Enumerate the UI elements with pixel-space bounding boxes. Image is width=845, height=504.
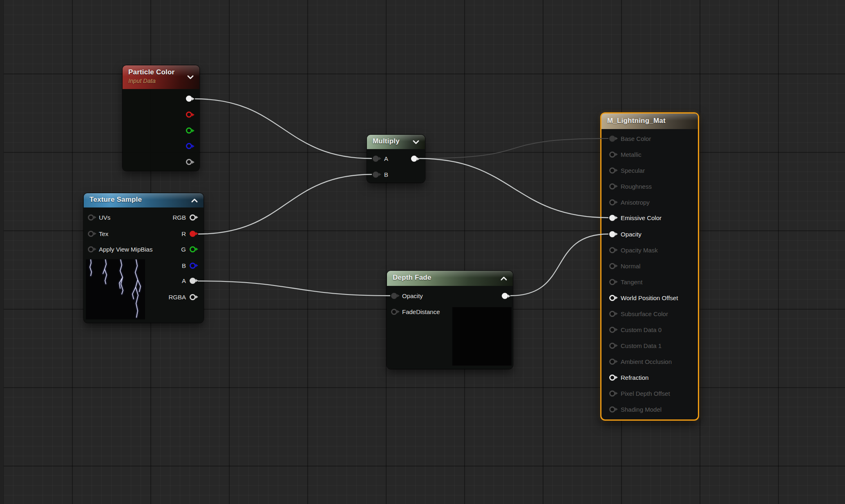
pin-in-fadedistance[interactable] [391, 309, 397, 315]
material-pin-base-color[interactable]: Base Color [601, 131, 698, 146]
node-title: Depth Fade [387, 271, 513, 282]
material-pin-anisotropy[interactable]: Anisotropy [601, 194, 698, 210]
material-pin-opacity[interactable]: Opacity [601, 226, 698, 242]
pin-out-a[interactable] [186, 159, 192, 165]
material-pin-custom-data-1[interactable]: Custom Data 1 [601, 338, 698, 353]
pin-label: R [181, 230, 186, 237]
chevron-down-icon[interactable] [186, 73, 194, 81]
material-pin-shading-model[interactable]: Shading Model [601, 401, 698, 417]
pin-out-result[interactable] [411, 156, 417, 162]
pin-label: G [181, 246, 186, 253]
node-title: Texture Sample [84, 193, 203, 204]
pin-out-g[interactable] [186, 127, 192, 134]
material-pin-custom-data-0[interactable]: Custom Data 0 [601, 322, 698, 337]
chevron-up-icon[interactable] [500, 274, 508, 283]
pin-label: A [384, 155, 388, 162]
pin-out-rgb[interactable] [190, 214, 196, 221]
node-texture-sample[interactable]: Texture Sample UVs Tex Apply View MipBia… [84, 193, 203, 323]
pin-label: RGB [172, 214, 186, 221]
pin-in-apply-view-mipbias[interactable] [88, 246, 94, 252]
pin-label: B [182, 262, 186, 269]
material-pin-refraction[interactable]: Refraction [601, 370, 698, 385]
node-title: M_Lightning_Mat [601, 114, 698, 125]
node-particle-color[interactable]: Particle Color Input Data [123, 65, 199, 171]
material-pin-normal[interactable]: Normal [601, 258, 698, 274]
wire-multiply-to-emissive-color [419, 158, 608, 218]
node-header: Multiply [367, 135, 425, 149]
material-pin-opacity-mask[interactable]: Opacity Mask [601, 242, 698, 258]
pin-label: Tex [99, 230, 108, 237]
material-pin-subsurface-color[interactable]: Subsurface Color [601, 306, 698, 321]
wire-texture-a-to-depth-fade-opacity [198, 281, 390, 296]
pin-label: A [182, 277, 186, 284]
material-pin-emissive-color[interactable]: Emissive Color [601, 210, 698, 225]
wire-particle-color-to-multiply-a [195, 99, 372, 158]
pin-in-tex[interactable] [88, 231, 94, 237]
pin-out-g[interactable] [190, 246, 196, 252]
node-header: Depth Fade [387, 271, 513, 286]
pin-label: FadeDistance [402, 308, 440, 315]
wire-depth-fade-to-opacity [510, 234, 608, 296]
pin-out-r[interactable] [186, 112, 192, 118]
pin-out-rgb-white[interactable] [186, 96, 192, 102]
material-pin-world-position-offset[interactable]: World Position Offset [601, 290, 698, 306]
pin-label: RGBA [168, 294, 186, 301]
node-header: Texture Sample [84, 193, 203, 207]
wire-multiply-to-base-color-dim [419, 138, 608, 158]
node-header: M_Lightning_Mat [601, 114, 698, 129]
pin-out-b[interactable] [190, 263, 196, 269]
texture-preview-lightning [86, 259, 145, 319]
pin-out-result[interactable] [502, 293, 508, 299]
material-pin-pixel-depth-offset[interactable]: Pixel Depth Offset [601, 386, 698, 401]
canvas-left-edge [0, 0, 4, 504]
material-pin-metallic[interactable]: Metallic [601, 147, 698, 162]
pin-out-a[interactable] [190, 278, 196, 284]
pin-label: Apply View MipBias [99, 246, 152, 253]
pin-in-uvs[interactable] [88, 214, 94, 221]
pin-in-opacity[interactable] [391, 293, 397, 299]
pin-label: Opacity [402, 292, 423, 299]
pin-out-b[interactable] [186, 143, 192, 149]
node-header: Particle Color Input Data [123, 65, 199, 89]
material-pin-tangent[interactable]: Tangent [601, 274, 698, 290]
node-material-result[interactable]: M_Lightning_Mat Base Color Metallic Spec… [600, 112, 699, 421]
pin-in-b[interactable] [373, 172, 379, 178]
chevron-up-icon[interactable] [190, 196, 199, 205]
node-depth-fade[interactable]: Depth Fade Opacity FadeDistance [387, 271, 513, 369]
pin-in-a[interactable] [373, 156, 379, 162]
pin-out-r[interactable] [190, 231, 196, 237]
pin-out-rgba[interactable] [190, 294, 196, 300]
material-pin-specular[interactable]: Specular [601, 163, 698, 178]
pin-label: B [384, 171, 388, 178]
chevron-down-icon[interactable] [412, 138, 420, 146]
material-pin-roughness[interactable]: Roughness [601, 178, 698, 194]
depth-fade-preview [452, 307, 512, 366]
pin-label: UVs [99, 214, 110, 221]
material-graph-canvas[interactable]: Particle Color Input Data Texture Sample… [0, 0, 845, 504]
node-multiply[interactable]: Multiply A B [367, 135, 425, 183]
material-pin-ambient-occlusion[interactable]: Ambient Occlusion [601, 354, 698, 369]
wire-texture-r-to-multiply-b [198, 174, 372, 234]
